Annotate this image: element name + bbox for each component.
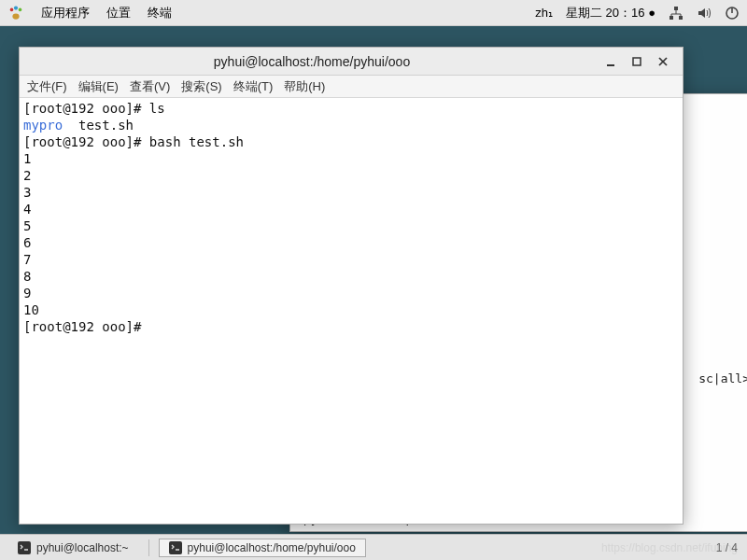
task-label: pyhui@localhost:~ (36, 541, 129, 554)
terminal-line: 8 (23, 268, 679, 285)
menu-search[interactable]: 搜索(S) (181, 78, 221, 95)
network-icon[interactable] (669, 6, 684, 21)
close-button[interactable] (653, 51, 673, 72)
workspace-pager[interactable]: 1 / 4 (716, 541, 738, 554)
menu-help[interactable]: 帮助(H) (284, 78, 325, 95)
menu-terminal[interactable]: 终端 (148, 5, 172, 21)
clock[interactable]: 星期二 20：16 ● (566, 5, 655, 21)
directory-name: mypro (23, 118, 63, 133)
volume-icon[interactable] (697, 6, 712, 21)
terminal-icon (169, 541, 182, 554)
minimize-button[interactable] (600, 51, 621, 72)
taskbar-separator (148, 539, 149, 556)
bottom-taskbar: pyhui@localhost:~ pyhui@localhost:/home/… (0, 534, 747, 560)
svg-point-3 (12, 13, 19, 19)
terminal-line: 3 (23, 184, 679, 201)
svg-rect-13 (18, 541, 31, 554)
task-terminal-1[interactable]: pyhui@localhost:~ (7, 539, 139, 557)
terminal-line: 6 (23, 234, 679, 251)
power-icon[interactable] (725, 6, 740, 21)
menu-terminal-item[interactable]: 终端(T) (233, 78, 274, 95)
terminal-line: 5 (23, 217, 679, 234)
menu-applications[interactable]: 应用程序 (41, 5, 90, 21)
task-label: pyhui@localhost:/home/pyhui/ooo (188, 541, 356, 554)
svg-rect-4 (669, 16, 673, 20)
svg-rect-10 (633, 58, 641, 65)
terminal-menubar: 文件(F) 编辑(E) 查看(V) 搜索(S) 终端(T) 帮助(H) (20, 76, 683, 98)
menu-file[interactable]: 文件(F) (27, 78, 67, 95)
terminal-line: [root@192 ooo]# ls (23, 100, 679, 117)
terminal-window: pyhui@localhost:/home/pyhui/ooo 文件(F) 编辑… (19, 47, 684, 525)
menu-edit[interactable]: 编辑(E) (78, 78, 119, 95)
terminal-line: mypro test.sh (23, 117, 679, 133)
terminal-line: [root@192 ooo]# bash test.sh (23, 133, 679, 150)
terminal-line: 7 (23, 251, 679, 268)
terminal-line: 2 (23, 167, 679, 184)
svg-point-1 (14, 6, 18, 9)
gnome-foot-icon (7, 5, 24, 21)
task-terminal-2[interactable]: pyhui@localhost:/home/pyhui/ooo (159, 539, 366, 557)
svg-rect-14 (169, 541, 182, 554)
svg-rect-5 (679, 16, 683, 20)
terminal-icon (18, 541, 31, 554)
window-titlebar[interactable]: pyhui@localhost:/home/pyhui/ooo (20, 48, 683, 76)
terminal-line: 1 (23, 150, 679, 167)
maximize-button[interactable] (627, 51, 647, 72)
terminal-line: 4 (23, 201, 679, 217)
svg-point-2 (19, 7, 22, 11)
input-method-indicator[interactable]: zh₁ (535, 6, 553, 20)
terminal-line: [root@192 ooo]# (23, 318, 679, 335)
menu-view[interactable]: 查看(V) (130, 78, 170, 95)
terminal-line: 9 (23, 285, 679, 301)
terminal-line: 10 (23, 301, 679, 318)
svg-point-0 (10, 7, 14, 11)
top-panel: 应用程序 位置 终端 zh₁ 星期二 20：16 ● (0, 0, 747, 26)
terminal-body[interactable]: [root@192 ooo]# lsmypro test.sh[root@192… (20, 98, 683, 524)
menu-places[interactable]: 位置 (106, 5, 131, 21)
window-title: pyhui@localhost:/home/pyhui/ooo (29, 54, 595, 69)
svg-rect-6 (674, 7, 678, 10)
